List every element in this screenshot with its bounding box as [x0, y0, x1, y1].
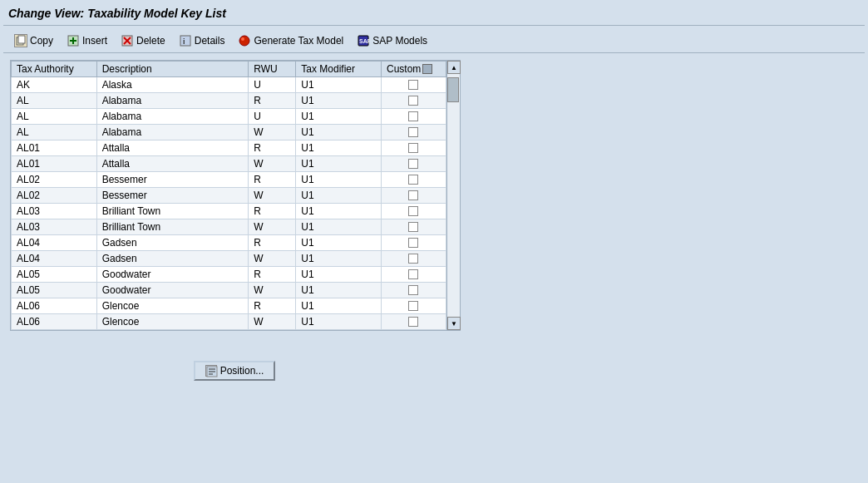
cell-rwu: U	[249, 77, 296, 93]
table-inner: Tax Authority Description RWU Tax Modifi…	[11, 61, 446, 330]
table-wrapper: Tax Authority Description RWU Tax Modifi…	[10, 60, 461, 331]
cell-description: Goodwater	[96, 267, 249, 283]
custom-checkbox[interactable]	[408, 285, 418, 295]
col-header-description: Description	[96, 62, 249, 77]
main-content: Tax Authority Description RWU Tax Modifi…	[3, 58, 865, 396]
delete-button[interactable]: Delete	[115, 32, 171, 50]
scroll-thumb[interactable]	[447, 77, 459, 102]
cell-custom	[381, 93, 446, 109]
sap-models-label: SAP Models	[372, 35, 427, 47]
cell-tax-modifier: U1	[296, 298, 382, 314]
cell-tax-authority: AL03	[12, 204, 97, 219]
table-row: AL02 Bessemer R U1	[12, 172, 446, 188]
cell-custom	[381, 140, 446, 156]
table-row: AL02 Bessemer W U1	[12, 188, 446, 204]
cell-custom	[381, 267, 446, 283]
cell-custom	[381, 251, 446, 267]
sap-models-button[interactable]: SAP SAP Models	[351, 32, 433, 50]
custom-checkbox[interactable]	[408, 317, 418, 327]
cell-rwu: R	[249, 235, 296, 251]
delete-icon	[121, 34, 134, 47]
table-row: AL04 Gadsen R U1	[12, 235, 446, 251]
svg-rect-8	[180, 36, 190, 46]
cell-rwu: R	[249, 140, 296, 156]
cell-description: Glencoe	[96, 298, 249, 314]
cell-custom	[381, 283, 446, 298]
toolbar: Copy Insert Delete	[3, 29, 865, 53]
custom-checkbox[interactable]	[408, 80, 418, 90]
cell-description: Alabama	[96, 125, 249, 140]
svg-text:i: i	[183, 37, 185, 46]
svg-text:SAP: SAP	[359, 38, 369, 44]
scroll-down-button[interactable]: ▼	[447, 317, 461, 330]
cell-description: Alaska	[96, 77, 249, 93]
cell-rwu: U	[249, 109, 296, 125]
custom-checkbox[interactable]	[408, 175, 418, 185]
copy-button[interactable]: Copy	[8, 32, 59, 50]
data-table: Tax Authority Description RWU Tax Modifi…	[11, 61, 446, 330]
generate-tax-model-button[interactable]: Generate Tax Model	[232, 32, 349, 50]
custom-checkbox[interactable]	[408, 301, 418, 311]
cell-tax-modifier: U1	[296, 109, 382, 125]
cell-custom	[381, 172, 446, 188]
table-row: AL01 Attalla W U1	[12, 156, 446, 172]
insert-button[interactable]: Insert	[61, 32, 113, 50]
cell-tax-modifier: U1	[296, 204, 382, 219]
copy-label: Copy	[30, 35, 53, 47]
cell-tax-authority: AL	[12, 93, 97, 109]
cell-tax-modifier: U1	[296, 219, 382, 235]
cell-custom	[381, 156, 446, 172]
col-header-rwu: RWU	[249, 62, 296, 77]
table-row: AL06 Glencoe W U1	[12, 314, 446, 330]
cell-tax-authority: AL05	[12, 283, 97, 298]
cell-rwu: W	[249, 251, 296, 267]
cell-custom	[381, 125, 446, 140]
table-row: AL04 Gadsen W U1	[12, 251, 446, 267]
cell-tax-authority: AL06	[12, 314, 97, 330]
cell-description: Attalla	[96, 156, 249, 172]
generate-label: Generate Tax Model	[254, 35, 343, 47]
table-row: AK Alaska U U1	[12, 77, 446, 93]
table-row: AL05 Goodwater W U1	[12, 283, 446, 298]
cell-rwu: R	[249, 298, 296, 314]
column-settings-icon[interactable]	[422, 64, 432, 74]
svg-point-10	[239, 36, 249, 46]
vertical-scrollbar[interactable]: ▲ ▼	[446, 61, 460, 330]
cell-custom	[381, 235, 446, 251]
custom-checkbox[interactable]	[408, 269, 418, 279]
cell-tax-authority: AL05	[12, 267, 97, 283]
details-button[interactable]: i Details	[173, 32, 231, 50]
cell-tax-authority: AL02	[12, 188, 97, 204]
cell-tax-modifier: U1	[296, 251, 382, 267]
custom-checkbox[interactable]	[408, 254, 418, 264]
cell-description: Goodwater	[96, 283, 249, 298]
title-bar: Change View: Taxability Model Key List	[3, 3, 865, 26]
custom-checkbox[interactable]	[408, 238, 418, 248]
cell-custom	[381, 219, 446, 235]
custom-checkbox[interactable]	[408, 190, 418, 200]
scroll-up-button[interactable]: ▲	[447, 61, 461, 74]
cell-description: Brilliant Town	[96, 204, 249, 219]
cell-tax-authority: AL03	[12, 219, 97, 235]
table-row: AL Alabama U U1	[12, 109, 446, 125]
cell-tax-modifier: U1	[296, 314, 382, 330]
custom-checkbox[interactable]	[408, 222, 418, 232]
custom-checkbox[interactable]	[408, 111, 418, 121]
cell-custom	[381, 204, 446, 219]
custom-checkbox[interactable]	[408, 96, 418, 106]
table-row: AL03 Brilliant Town W U1	[12, 219, 446, 235]
cell-rwu: R	[249, 172, 296, 188]
cell-tax-modifier: U1	[296, 140, 382, 156]
position-button[interactable]: Position...	[194, 361, 276, 381]
scroll-track[interactable]	[447, 74, 460, 317]
custom-checkbox[interactable]	[408, 206, 418, 216]
cell-custom	[381, 314, 446, 330]
col-header-tax-modifier: Tax Modifier	[296, 62, 382, 77]
custom-checkbox[interactable]	[408, 127, 418, 137]
cell-tax-authority: AL01	[12, 140, 97, 156]
cell-description: Alabama	[96, 93, 249, 109]
custom-checkbox[interactable]	[408, 159, 418, 169]
custom-checkbox[interactable]	[408, 143, 418, 153]
sap-icon: SAP	[357, 34, 370, 47]
cell-tax-modifier: U1	[296, 77, 382, 93]
